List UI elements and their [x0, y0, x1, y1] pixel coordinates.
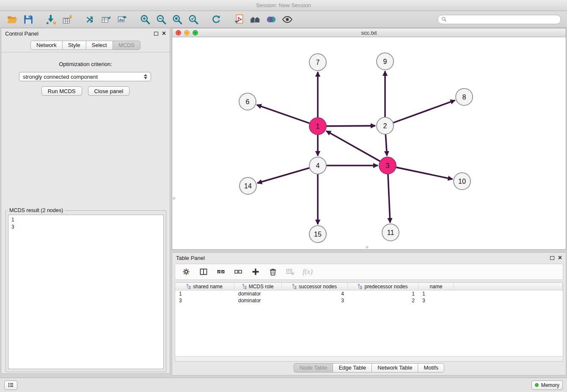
export-table-button[interactable] [98, 13, 114, 26]
delete-rows-button[interactable] [268, 267, 278, 277]
table-horizontal-scrollbar[interactable] [175, 356, 563, 361]
table-row[interactable]: 1 dominator 4 1 1 [175, 290, 563, 297]
svg-text:4: 4 [316, 162, 320, 169]
refresh-view-button[interactable] [208, 13, 224, 26]
tab-style[interactable]: Style [62, 41, 86, 50]
cell-shared-name[interactable]: 3 [175, 297, 234, 304]
select-all-rows-button[interactable] [216, 267, 226, 277]
tab-mcds[interactable]: MCDS [113, 41, 140, 50]
tab-select[interactable]: Select [86, 41, 113, 50]
cell-shared-name[interactable]: 1 [175, 290, 234, 297]
result-item[interactable]: 3 [11, 224, 160, 231]
cell-predecessor-nodes[interactable]: 1 [348, 290, 418, 297]
task-history-button[interactable] [4, 381, 17, 390]
zoom-in-button[interactable] [137, 13, 153, 26]
graph-node-15[interactable]: 15 [309, 226, 326, 243]
tab-network-table[interactable]: Network Table [372, 363, 418, 373]
graph-node-11[interactable]: 11 [382, 224, 399, 241]
close-panel-icon[interactable]: × [558, 255, 562, 261]
control-panel-header: Control Panel × [1, 28, 170, 39]
deselect-all-rows-button[interactable] [233, 267, 243, 277]
function-builder-button[interactable]: f(x) [303, 267, 313, 277]
memory-button[interactable]: Memory [531, 381, 563, 390]
cell-mcds-role[interactable]: dominator [234, 290, 282, 297]
zoom-selected-button[interactable] [185, 13, 201, 26]
zoom-out-button[interactable] [153, 13, 169, 26]
graph-node-2[interactable]: 2 [377, 117, 394, 134]
apply-style-button[interactable] [263, 13, 279, 26]
cell-predecessor-nodes[interactable]: 2 [348, 297, 418, 304]
result-item[interactable]: 1 [11, 216, 160, 224]
open-session-button[interactable] [4, 13, 20, 26]
splitter-handle-vertical[interactable]: ≡ [173, 196, 175, 200]
graph-edge-3-1[interactable] [326, 131, 380, 161]
cell-successor-nodes[interactable]: 4 [282, 290, 348, 297]
main-toolbar [0, 11, 567, 28]
graph-edge-2-3[interactable] [385, 134, 387, 156]
run-mcds-button[interactable]: Run MCDS [41, 86, 82, 96]
cell-mcds-role[interactable]: dominator [234, 297, 282, 304]
column-header-successor-nodes[interactable]: successor nodes [282, 283, 348, 290]
show-hide-button[interactable] [279, 13, 295, 26]
criterion-select[interactable]: strongly connected component [19, 72, 151, 81]
graph-edge-2-8[interactable] [393, 100, 455, 123]
select-columns-button[interactable] [198, 267, 209, 277]
cell-successor-nodes[interactable]: 3 [282, 297, 348, 304]
graph-node-6[interactable]: 6 [239, 93, 256, 110]
splitter-handle-horizontal[interactable]: ≡ [365, 246, 369, 248]
column-header-name[interactable]: name [418, 283, 454, 290]
tab-edge-table[interactable]: Edge Table [333, 363, 372, 373]
cell-name[interactable]: 3 [418, 297, 454, 304]
column-header-predecessor-nodes[interactable]: predecessor nodes [348, 283, 418, 290]
graph-node-9[interactable]: 9 [377, 53, 394, 70]
traffic-close-icon[interactable]: × [176, 30, 181, 36]
add-row-button[interactable] [250, 267, 261, 277]
import-table-button[interactable] [59, 13, 75, 26]
graph-edge-3-10[interactable] [396, 167, 453, 179]
control-panel: Control Panel × Network Style Select MCD… [1, 28, 170, 374]
traffic-zoom-icon[interactable]: + [193, 30, 198, 36]
zoom-fit-button[interactable] [169, 13, 185, 26]
graph-edge-1-2[interactable] [326, 126, 375, 126]
network-document-button[interactable] [231, 13, 247, 26]
graph-node-8[interactable]: 8 [456, 88, 473, 105]
delete-table-button[interactable] [285, 267, 295, 277]
table-settings-button[interactable] [181, 267, 191, 277]
mcds-result-list: 1 3 [8, 215, 164, 369]
column-label: MCDS role [249, 284, 274, 290]
save-session-button[interactable] [20, 13, 36, 26]
new-network-button[interactable] [82, 13, 98, 26]
graph-node-3[interactable]: 3 [379, 157, 396, 174]
graph-edge-1-6[interactable] [257, 105, 310, 124]
float-panel-icon[interactable] [154, 32, 158, 36]
tab-node-table[interactable]: Node Table [294, 363, 333, 373]
graph-node-7[interactable]: 7 [309, 54, 326, 71]
graph-edge-3-11[interactable] [388, 174, 390, 223]
export-image-button[interactable] [114, 13, 130, 26]
graph-edge-4-14[interactable] [257, 168, 310, 183]
graph-node-4[interactable]: 4 [309, 157, 326, 174]
close-panel-icon[interactable]: × [162, 30, 166, 36]
network-graph[interactable]: 7968124314101511 [172, 37, 566, 249]
column-header-shared-name[interactable]: shared name [175, 283, 234, 290]
column-label: shared name [193, 284, 223, 290]
cell-name[interactable]: 1 [418, 290, 454, 297]
first-neighbors-button[interactable] [247, 13, 263, 26]
graph-node-1[interactable]: 1 [309, 118, 326, 135]
mcds-result-title: MCDS result (2 nodes) [8, 207, 65, 213]
graph-node-14[interactable]: 14 [239, 177, 256, 194]
column-label: predecessor nodes [364, 284, 407, 290]
hierarchy-icon [187, 284, 191, 289]
svg-text:15: 15 [314, 231, 322, 238]
column-header-mcds-role[interactable]: MCDS role [234, 283, 282, 290]
close-panel-button[interactable]: Close panel [88, 86, 130, 96]
table-row[interactable]: 3 dominator 3 2 3 [175, 297, 563, 304]
traffic-minimize-icon[interactable]: − [184, 30, 190, 36]
search-field[interactable] [438, 15, 561, 24]
float-panel-icon[interactable] [550, 256, 554, 260]
import-network-button[interactable] [43, 13, 59, 26]
tab-motifs[interactable]: Motifs [418, 363, 444, 373]
tab-network[interactable]: Network [30, 41, 62, 50]
graph-node-10[interactable]: 10 [454, 173, 471, 190]
search-input[interactable] [449, 17, 557, 22]
